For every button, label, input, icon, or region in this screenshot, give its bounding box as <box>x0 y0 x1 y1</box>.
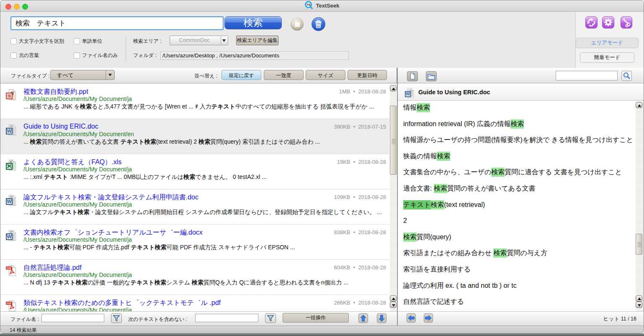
svg-text:W: W <box>406 91 410 96</box>
svg-text:W: W <box>7 199 12 204</box>
svg-text:PDF: PDF <box>7 266 12 269</box>
svg-text:W: W <box>7 234 12 240</box>
svg-text:W: W <box>7 128 12 134</box>
svg-text:PDF: PDF <box>7 302 12 305</box>
svg-text:TS: TS <box>307 3 311 7</box>
